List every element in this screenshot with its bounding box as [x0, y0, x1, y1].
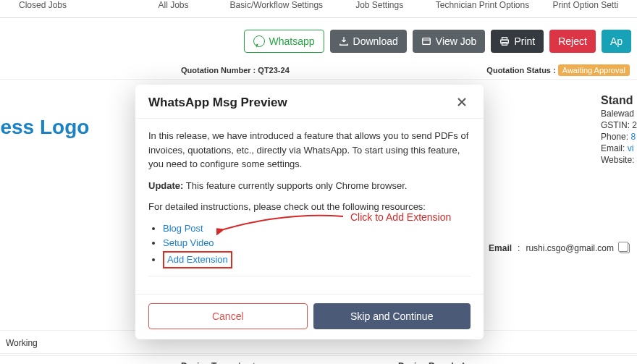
company-email-label: Email:: [601, 143, 625, 153]
view-icon: [421, 36, 431, 46]
customer-email-row: Email : rushi.csgo@gmail.com: [489, 243, 630, 253]
modal-update-label: Update:: [148, 180, 183, 191]
company-info: Stand Balewad GSTIN: 2 Phone: 8 Email: v…: [601, 94, 637, 166]
approve-button[interactable]: Ap: [602, 30, 631, 53]
device-type-value: Laptop: [238, 361, 265, 364]
print-button[interactable]: Print: [491, 30, 544, 53]
quotation-number-value: QT23-24: [258, 66, 289, 75]
setup-video-link[interactable]: Setup Video: [163, 237, 214, 248]
skip-continue-button[interactable]: Skip and Continue: [313, 303, 471, 329]
quotation-info-row: Quotation Number : QT23-24 Quotation Sta…: [0, 62, 637, 80]
whatsapp-button[interactable]: Whatsapp: [244, 30, 324, 53]
close-icon: [456, 96, 468, 108]
modal-footer: Cancel Skip and Continue: [135, 295, 484, 339]
tab-closed-jobs[interactable]: Closed Jobs: [0, 0, 122, 10]
device-type-label: Device Type: [181, 361, 231, 364]
modal-close-button[interactable]: [453, 95, 471, 111]
copy-icon[interactable]: [620, 243, 630, 253]
modal-body: In this release, we have introduced a fe…: [135, 118, 484, 295]
device-brand-label: Device Brand: [398, 361, 454, 364]
tab-tech-print-options[interactable]: Technician Print Options: [431, 0, 533, 10]
modal-intro-text: In this release, we have introduced a fe…: [148, 129, 471, 172]
tab-all-jobs[interactable]: All Jobs: [122, 0, 224, 10]
tab-print-option-settings[interactable]: Print Option Setti: [534, 0, 637, 10]
company-phone-label: Phone:: [601, 132, 628, 142]
whatsapp-label: Whatsapp: [269, 35, 315, 47]
action-bar: Whatsapp Download View Job Print Reject …: [0, 18, 637, 62]
download-icon: [339, 36, 349, 46]
modal-instructions-text: For detailed instructions, please check …: [148, 200, 471, 214]
quotation-number-label: Quotation Number :: [181, 66, 256, 75]
tab-workflow-settings[interactable]: Basic/Workflow Settings: [225, 0, 328, 10]
print-label: Print: [514, 35, 535, 47]
view-label: View Job: [436, 35, 477, 47]
working-label: Working: [6, 338, 38, 348]
svg-rect-0: [423, 38, 431, 45]
tab-job-settings[interactable]: Job Settings: [328, 0, 431, 10]
svg-rect-4: [502, 43, 507, 46]
view-job-button[interactable]: View Job: [413, 30, 486, 53]
reject-button[interactable]: Reject: [549, 30, 596, 53]
download-label: Download: [353, 35, 398, 47]
company-website-label: Website:: [601, 155, 637, 165]
company-email-value[interactable]: vi: [628, 143, 634, 153]
top-tabs: Closed Jobs All Jobs Basic/Workflow Sett…: [0, 0, 637, 18]
whatsapp-icon: [253, 35, 265, 47]
whatsapp-preview-modal: WhatsApp Msg Preview In this release, we…: [135, 85, 484, 339]
quotation-status-badge: Awaiting Approval: [558, 64, 630, 76]
quotation-status-label: Quotation Status :: [486, 66, 555, 75]
company-address: Balewad: [601, 109, 637, 119]
customer-email-value: rushi.csgo@gmail.com: [526, 243, 614, 253]
print-icon: [499, 36, 510, 46]
download-button[interactable]: Download: [330, 30, 407, 53]
modal-title: WhatsApp Msg Preview: [148, 96, 287, 110]
company-name: Stand: [601, 94, 637, 107]
company-gstin: GSTIN: 2: [601, 120, 637, 130]
cancel-button[interactable]: Cancel: [148, 303, 308, 329]
modal-resource-list: Blog Post Setup Video Add Extension: [163, 221, 471, 269]
customer-email-label: Email: [489, 243, 512, 253]
blog-post-link[interactable]: Blog Post: [163, 223, 203, 234]
modal-update-text: This feature currently supports only Chr…: [183, 180, 407, 191]
company-phone-value[interactable]: 8: [630, 132, 636, 142]
device-brand-value: Acer: [460, 361, 478, 364]
add-extension-link[interactable]: Add Extension: [167, 254, 228, 265]
